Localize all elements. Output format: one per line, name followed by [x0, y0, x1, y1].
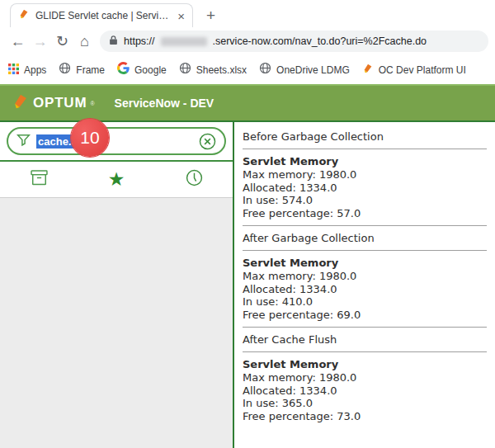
browser-tab[interactable]: GLIDE Servlet cache | ServiceNow × — [10, 3, 193, 27]
bookmark-sheets[interactable]: Sheets.xlsx — [179, 62, 247, 78]
browser-window: GLIDE Servlet cache | ServiceNow × + ← →… — [0, 0, 495, 448]
all-applications-box-icon — [31, 170, 48, 189]
stat-line: Max memory: 1980.0 — [243, 168, 487, 182]
tab-title: GLIDE Servlet cache | ServiceNow — [35, 10, 172, 21]
bookmark-frame[interactable]: Frame — [59, 62, 105, 78]
google-g-icon — [117, 62, 130, 78]
page-body: cache.do 10 ★ — [0, 122, 495, 448]
tab-close-icon[interactable]: × — [177, 10, 185, 22]
stat-line: In use: 410.0 — [243, 295, 487, 309]
section-title: After Cache Flush — [243, 333, 487, 346]
stat-line: In use: 574.0 — [243, 194, 487, 207]
stat-line: Free percentage: 73.0 — [243, 410, 487, 423]
divider — [243, 351, 487, 352]
bookmark-label: Apps — [24, 64, 46, 76]
bookmark-label: Frame — [76, 64, 105, 76]
registered-mark: ® — [90, 101, 94, 106]
bookmark-oc-dev-platform[interactable]: OC Dev Platform UI — [362, 63, 466, 78]
reload-button[interactable]: ↻ — [51, 34, 73, 49]
cache-stats-content: Before Garbage Collection Servlet Memory… — [234, 122, 495, 448]
optum-logo-text: OPTUM — [33, 95, 87, 111]
globe-icon — [259, 62, 271, 78]
bookmark-label: Sheets.xlsx — [196, 64, 247, 76]
back-button[interactable]: ← — [7, 34, 29, 49]
bookmark-onedrive[interactable]: OneDrive LDMG — [259, 62, 350, 78]
new-tab-button[interactable]: + — [206, 7, 215, 23]
url-protocol: https:// — [124, 35, 155, 47]
section-title: Before Garbage Collection — [243, 130, 487, 143]
divider — [243, 250, 487, 251]
divider — [243, 225, 487, 226]
instance-title: ServiceNow - DEV — [115, 97, 214, 110]
section-title: After Garbage Collection — [243, 232, 487, 244]
optum-logo: OPTUM ® — [12, 92, 95, 114]
stat-line: In use: 365.0 — [243, 397, 487, 410]
stat-line: Free percentage: 57.0 — [243, 207, 487, 220]
memory-section: After Cache Flush Servlet Memory Max mem… — [243, 333, 487, 422]
divider — [243, 149, 487, 149]
bookmarks-bar: Apps Frame Google Sheets.xlsx OneDrive L… — [0, 55, 495, 84]
stat-line: Allocated: 1334.0 — [243, 384, 487, 398]
globe-icon — [59, 62, 71, 78]
stat-line: Max memory: 1980.0 — [243, 270, 487, 283]
optum-flame-icon — [362, 63, 374, 78]
history-clock-icon — [186, 169, 203, 190]
tab-history[interactable] — [155, 162, 233, 197]
step-annotation-badge: 10 — [71, 119, 109, 157]
forward-button[interactable]: → — [29, 34, 51, 49]
stat-line: Free percentage: 69.0 — [243, 309, 487, 322]
globe-icon — [179, 62, 191, 78]
filter-funnel-icon — [16, 133, 31, 150]
navigator-sidebar: cache.do 10 ★ — [0, 122, 234, 448]
navigator-filter-row: cache.do 10 — [0, 122, 233, 162]
memory-section: Before Garbage Collection Servlet Memory… — [243, 130, 487, 226]
memory-section: After Garbage Collection Servlet Memory … — [243, 232, 487, 328]
tab-favorites[interactable]: ★ — [78, 162, 155, 197]
stat-line: Allocated: 1334.0 — [243, 283, 487, 296]
home-button[interactable]: ⌂ — [73, 34, 96, 49]
section-subtitle: Servlet Memory — [243, 358, 487, 371]
bookmark-label: Google — [134, 64, 167, 76]
section-subtitle: Servlet Memory — [243, 155, 487, 168]
optum-flame-icon — [12, 92, 30, 114]
bookmark-apps[interactable]: Apps — [8, 63, 46, 78]
bookmark-label: OC Dev Platform UI — [379, 64, 466, 76]
stat-line: Max memory: 1980.0 — [243, 371, 487, 384]
lock-icon — [109, 34, 118, 49]
redacted-host — [161, 37, 207, 46]
navigator-filter-input[interactable]: cache.do — [7, 127, 226, 155]
tab-strip: GLIDE Servlet cache | ServiceNow × + — [0, 0, 495, 27]
apps-grid-icon — [8, 63, 19, 78]
url-path: .service-now.com/nav_to.do?uri=%2Fcache.… — [213, 35, 427, 47]
browser-toolbar: ← → ↻ ⌂ https:// .service-now.com/nav_to… — [0, 27, 495, 55]
divider — [243, 327, 487, 328]
favorites-star-icon: ★ — [108, 170, 125, 189]
navigator-tabs: ★ — [0, 162, 233, 198]
bookmark-label: OneDrive LDMG — [276, 64, 350, 76]
stat-line: Allocated: 1334.0 — [243, 182, 487, 195]
bookmark-google[interactable]: Google — [117, 62, 167, 78]
section-subtitle: Servlet Memory — [243, 257, 487, 270]
optum-favicon-icon — [18, 8, 30, 23]
tab-all-applications[interactable] — [0, 162, 78, 197]
app-header: OPTUM ® ServiceNow - DEV — [0, 84, 495, 122]
clear-filter-icon[interactable] — [199, 133, 216, 150]
url-bar[interactable]: https:// .service-now.com/nav_to.do?uri=… — [100, 31, 488, 52]
navigator-empty-area — [0, 198, 233, 448]
